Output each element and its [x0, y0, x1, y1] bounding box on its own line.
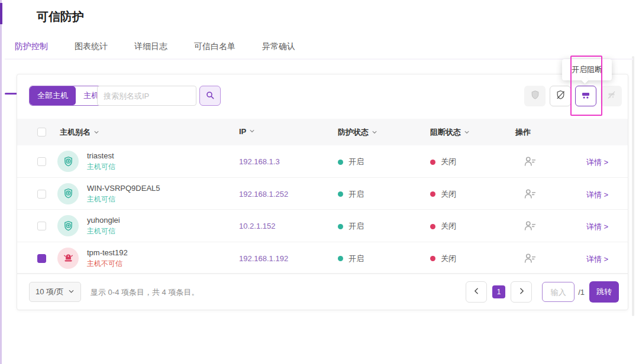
- search-button[interactable]: [199, 86, 221, 106]
- blocking-icon: [580, 90, 591, 103]
- tab-chart-statistics[interactable]: 图表统计: [75, 41, 108, 52]
- chevron-down-icon: [93, 128, 99, 137]
- shield-icon: [530, 90, 540, 102]
- detail-link[interactable]: 详情 >: [586, 157, 608, 168]
- host-cell: triastest 主机可信: [87, 151, 115, 172]
- chevron-left-icon: [473, 287, 480, 297]
- tab-protection-control[interactable]: 防护控制: [15, 41, 48, 52]
- current-page-button[interactable]: 1: [492, 285, 505, 298]
- next-page-button[interactable]: [511, 281, 532, 303]
- blocking-status-dot: [430, 160, 435, 165]
- assign-user-icon[interactable]: [524, 219, 537, 235]
- column-header-protection[interactable]: 防护状态: [338, 127, 377, 138]
- tab-anomaly-confirm[interactable]: 异常确认: [262, 41, 295, 52]
- pagination-controls: 1 /1 跳转: [466, 281, 619, 303]
- chevron-down-icon: [372, 128, 377, 137]
- protection-status-dot: [338, 256, 343, 261]
- table-body: triastest 主机可信 192.168.1.3 开启 关闭 详情 > WI…: [17, 145, 628, 274]
- host-cell: tpm-test192 主机不可信: [87, 248, 128, 269]
- table-row: yuhonglei 主机可信 10.2.1.152 开启 关闭 详情 >: [17, 210, 628, 242]
- enable-protection-button[interactable]: [524, 86, 546, 106]
- column-header-actions: 操作: [515, 127, 531, 138]
- blocking-status: 关闭: [430, 157, 456, 167]
- pagination-bar: 10 项/页 显示 0-4 项条目，共 4 项条目。 1 /1 跳转: [17, 273, 628, 310]
- untrusted-host-alarm-icon: [57, 248, 79, 269]
- host-trust-label: 主机可信: [87, 162, 115, 172]
- disable-blocking-button[interactable]: [601, 86, 622, 106]
- trusted-host-icon: [57, 183, 79, 204]
- column-header-blocking[interactable]: 阻断状态: [430, 127, 470, 138]
- blocking-off-icon: [606, 90, 617, 102]
- toolbar: 全部主机 主机组: [17, 74, 628, 119]
- page-total: /1: [578, 288, 585, 297]
- shield-off-icon: [556, 90, 566, 102]
- host-ip[interactable]: 192.168.1.3: [239, 157, 280, 166]
- content-card: 全部主机 主机组: [17, 74, 628, 310]
- blocking-status: 关闭: [430, 254, 456, 264]
- page-title: 可信防护: [37, 9, 84, 25]
- host-alias: yuhonglei: [87, 216, 120, 225]
- host-ip[interactable]: 192.168.1.192: [239, 254, 288, 263]
- page-size-select[interactable]: 10 项/页: [29, 282, 81, 302]
- disable-protection-button[interactable]: [550, 86, 571, 106]
- blocking-status-dot: [430, 256, 435, 261]
- sidebar-edge: [0, 0, 2, 364]
- chevron-down-icon: [68, 288, 75, 297]
- table-row: triastest 主机可信 192.168.1.3 开启 关闭 详情 >: [17, 145, 628, 178]
- protection-status: 开启: [338, 221, 364, 232]
- host-cell: yuhonglei 主机可信: [87, 216, 120, 236]
- chevron-down-icon: [249, 127, 255, 136]
- tab-bar: 防护控制 图表统计 详细日志 可信白名单 异常确认: [5, 34, 633, 60]
- jump-page-input[interactable]: [542, 282, 575, 302]
- search-icon: [205, 90, 215, 102]
- host-trust-label: 主机不可信: [87, 259, 128, 269]
- host-ip[interactable]: 10.2.1.152: [239, 222, 275, 230]
- table-row: WIN-VSRPQ9DEAL5 主机可信 192.168.1.252 开启 关闭…: [17, 178, 628, 210]
- all-hosts-toggle[interactable]: 全部主机: [30, 86, 76, 105]
- table-row: tpm-test192 主机不可信 192.168.1.192 开启 关闭 详情…: [17, 242, 628, 275]
- table-header: 主机别名 IP 防护状态 阻断状态 操作: [17, 119, 628, 145]
- page: 可信防护 防护控制 图表统计 详细日志 可信白名单 异常确认 全部主机 主机组: [0, 0, 639, 364]
- column-header-alias[interactable]: 主机别名: [60, 127, 99, 138]
- enable-blocking-tooltip: 开启阻断: [562, 59, 612, 80]
- protection-status-dot: [338, 191, 343, 197]
- assign-user-icon[interactable]: [524, 187, 537, 203]
- row-checkbox[interactable]: [37, 254, 46, 263]
- protection-status-dot: [338, 160, 343, 165]
- select-all-checkbox[interactable]: [37, 128, 46, 136]
- scrollbar[interactable]: [632, 56, 634, 316]
- host-cell: WIN-VSRPQ9DEAL5 主机可信: [87, 184, 160, 204]
- protection-status: 开启: [338, 254, 364, 264]
- jump-button[interactable]: 跳转: [589, 281, 619, 303]
- chevron-down-icon: [464, 128, 470, 137]
- assign-user-icon[interactable]: [524, 252, 537, 267]
- host-ip[interactable]: 192.168.1.252: [239, 190, 288, 199]
- host-trust-label: 主机可信: [87, 226, 120, 236]
- chevron-right-icon: [518, 287, 525, 297]
- sidebar-accent-bar: [0, 3, 2, 24]
- trusted-host-icon: [57, 215, 79, 236]
- row-checkbox[interactable]: [37, 157, 46, 166]
- row-checkbox[interactable]: [37, 190, 46, 199]
- protection-status: 开启: [338, 157, 364, 167]
- detail-link[interactable]: 详情 >: [586, 222, 608, 232]
- blocking-status-dot: [430, 224, 435, 229]
- host-trust-label: 主机可信: [87, 194, 160, 204]
- bulk-action-buttons: [524, 86, 622, 106]
- blocking-status-dot: [430, 191, 435, 197]
- detail-link[interactable]: 详情 >: [586, 190, 608, 200]
- tab-detailed-logs[interactable]: 详细日志: [134, 41, 167, 52]
- detail-link[interactable]: 详情 >: [586, 254, 608, 265]
- host-alias: triastest: [87, 151, 115, 160]
- column-header-ip[interactable]: IP: [239, 127, 255, 136]
- assign-user-icon[interactable]: [524, 155, 537, 170]
- tab-trusted-whitelist[interactable]: 可信白名单: [194, 41, 235, 52]
- protection-status: 开启: [338, 189, 364, 200]
- host-alias: tpm-test192: [87, 248, 128, 257]
- search-input[interactable]: [97, 86, 196, 106]
- host-alias: WIN-VSRPQ9DEAL5: [87, 184, 160, 193]
- row-checkbox[interactable]: [37, 222, 46, 230]
- enable-blocking-button[interactable]: [575, 86, 596, 106]
- prev-page-button[interactable]: [466, 281, 487, 303]
- blocking-status: 关闭: [430, 221, 456, 232]
